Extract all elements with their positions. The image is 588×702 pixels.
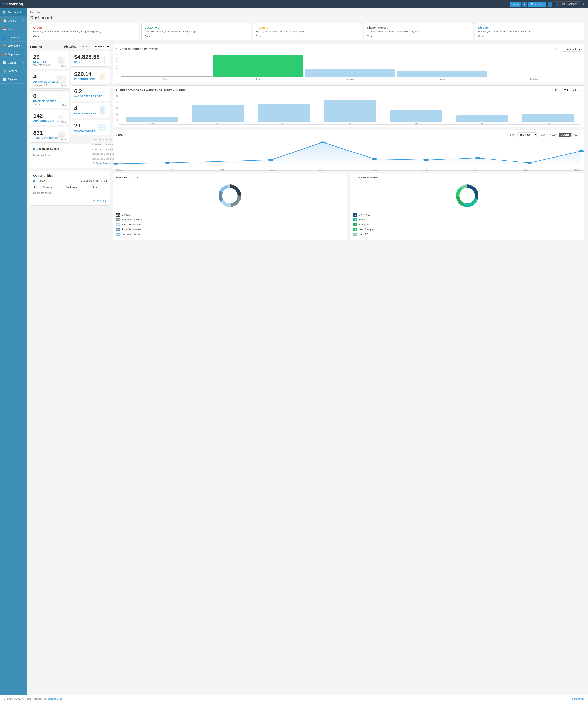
- ql-go-4[interactable]: Go ●: [478, 35, 581, 38]
- sidebar-arrow-2: ▾: [23, 28, 24, 30]
- ql-go-3[interactable]: Go ●: [367, 35, 470, 38]
- sidebar-item-suppliers[interactable]: 🏭 Suppliers ▾: [0, 50, 26, 58]
- right-panel: NUMBER OF ORDERS BY STATUS Filter: This …: [113, 44, 584, 243]
- sidebar-item-system[interactable]: ⚙️ System ▾: [0, 67, 26, 75]
- sidebar: 📊 Dashboard 📋 Orders ▾ 📅 Events ▾ 👥 Cust…: [0, 8, 26, 695]
- ql-title-0: Orders: [33, 26, 136, 29]
- opp-quotes-label: Quotes: [33, 180, 45, 183]
- busiest-bar-label-6: SUN: [546, 122, 550, 124]
- pipeline-stat-3: 142 ABANDONED CARTS GO ▶ 🛒: [30, 110, 69, 125]
- footer-terms[interactable]: Terms of Use: [571, 698, 584, 700]
- sales-filter-select[interactable]: This Year This Month This Week: [518, 132, 537, 137]
- busiest-chart-area: 010203040 MON TUE WED THU FRI SAT SUN: [116, 95, 581, 125]
- top5-products-title: TOP 5 PRODUCTS: [116, 176, 344, 179]
- sales-x-label: 2019 Apr: [269, 169, 276, 171]
- opp-view-all[interactable]: VIEW ALL ▶: [33, 198, 107, 203]
- busiest-bar-group-3: THU: [318, 100, 383, 124]
- orders-chart-title: NUMBER OF ORDERS BY STATUS: [116, 48, 159, 51]
- go-icon-0: ●: [37, 35, 39, 38]
- historical-col: $4,828.68 SALES 📊 $29.14 PRODUCTS COST 💰…: [71, 51, 110, 144]
- busiest-bar-3: [324, 100, 376, 122]
- busiest-filter-select[interactable]: This Month This Week This Year: [562, 88, 581, 93]
- period-btn-day[interactable]: DAY: [539, 133, 547, 137]
- stat-go-0[interactable]: GO ▶: [61, 65, 66, 67]
- historical-stat-0: $4,828.68 SALES 📊: [71, 51, 110, 67]
- period-btn-year[interactable]: YEAR: [572, 133, 581, 137]
- calendars-dropdown-arrow[interactable]: ▾: [548, 2, 552, 7]
- new-button[interactable]: New: [509, 2, 521, 7]
- customers-legend-rank-4: 5: [353, 233, 357, 236]
- orders-bar-label-3: Invoiced: [439, 78, 445, 80]
- events-view-all[interactable]: VIEW ALL ▶: [33, 160, 107, 165]
- page-title: Dashboard: [30, 15, 584, 20]
- top5-customers-title: TOP 5 CUSTOMERS: [353, 176, 581, 179]
- sales-info-icon[interactable]: ⓘ: [125, 133, 127, 137]
- ql-go-1[interactable]: Go ●: [145, 35, 248, 38]
- busiest-y-label: 20: [116, 107, 118, 109]
- orders-bar-4: [488, 77, 579, 78]
- busiest-bar-group-1: TUE: [186, 105, 250, 125]
- ql-go-0[interactable]: Go ●: [33, 35, 136, 38]
- sidebar-item-events[interactable]: 📅 Events ▾: [0, 25, 26, 33]
- period-btn-week[interactable]: WEEK: [548, 133, 558, 137]
- sales-dot-5: [371, 158, 377, 160]
- stat-icon-3: 🛒: [57, 113, 66, 122]
- products-legend-label-4: peppered rib fillet: [122, 233, 141, 236]
- sidebar-item-dashboard[interactable]: 📊 Dashboard: [0, 8, 26, 17]
- pipeline-stat-2: 0 INVOICED ORDERS Total $0.00 GO ▶ 🧾: [30, 90, 69, 108]
- orders-y-label: 40: [116, 61, 118, 63]
- sales-dot-8: [526, 162, 533, 164]
- sidebar-item-reports[interactable]: 📈 Reports ▾: [0, 75, 26, 84]
- quick-link-dispatch: Dispatch Manage your daily dispatch, all…: [475, 23, 584, 40]
- orders-chart-filter: Filter: This Month This Week This Year: [554, 47, 581, 52]
- user-menu-button[interactable]: 👤 Root Developer ▾: [554, 1, 581, 7]
- sidebar-item-content[interactable]: 📄 Content ▾: [0, 58, 26, 67]
- stat-go-1[interactable]: GO ▶: [61, 84, 66, 87]
- busiest-bar-chart: MON TUE WED THU FRI SAT SUN: [119, 95, 581, 125]
- donut-segment-0: [467, 185, 478, 199]
- busiest-y-label: 0: [116, 119, 118, 121]
- sidebar-item-orders[interactable]: 📋 Orders ▾: [0, 17, 26, 25]
- sales-x-label: 2019 Jun: [371, 169, 378, 171]
- settings-icon[interactable]: ⚙: [583, 2, 586, 6]
- orders-bar-1: [213, 55, 303, 78]
- sales-title: Sales: [116, 133, 123, 136]
- donut-segment-2: [220, 200, 231, 207]
- historical-filter-select[interactable]: This Week This Month This Year: [91, 44, 110, 49]
- orders-bar-label-0: Pending: [163, 78, 170, 80]
- sales-chart-area: $0.00$10.0K$20.0K$30.0K$40.0K$50.0K 2019…: [116, 139, 581, 168]
- period-btn-month[interactable]: MONTH: [559, 133, 571, 137]
- sales-filter: Filter: This Year This Month This Week: [510, 132, 537, 137]
- busiest-bar-5: [456, 115, 508, 122]
- orders-y-label: 0: [116, 75, 118, 77]
- historical-stat-3: 4 NEW CUSTOMERS 👤: [71, 103, 110, 118]
- products-legend-color-0: 25%: [116, 213, 120, 217]
- busiest-y-label: 10: [116, 113, 118, 115]
- historical-title: Historical: [64, 45, 77, 48]
- orders-filter-select[interactable]: This Month This Week This Year: [562, 47, 581, 52]
- busiest-bar-2: [258, 104, 310, 122]
- orders-chart-header: NUMBER OF ORDERS BY STATUS Filter: This …: [116, 47, 581, 52]
- opp-col-delivery: Delivery: [42, 185, 65, 190]
- footer-copyright: Copyright © 2019 All Rights Reserved. Fl…: [4, 698, 62, 700]
- ql-go-2[interactable]: Go ●: [256, 35, 359, 38]
- opp-col-total: Total: [92, 185, 107, 190]
- donut-segment-1: [231, 196, 241, 207]
- busiest-bar-group-6: SUN: [516, 114, 580, 124]
- stat-go-2[interactable]: GO ▶: [61, 104, 66, 106]
- sidebar-item-customers[interactable]: 👥 Customers ▾: [0, 33, 26, 42]
- hist-icon-4: 🌐: [98, 123, 107, 132]
- orders-bar-label-1: New: [256, 78, 260, 80]
- go-icon-3: ●: [371, 35, 373, 38]
- pipeline-stat-4: 831 TOTAL # PRODUCTS GO ▶ 📦: [30, 127, 69, 143]
- products-legend-color-1: 23%: [116, 218, 120, 222]
- orders-y-axis: 0102030405060: [116, 54, 118, 80]
- customers-legend-rank-3: 4: [353, 228, 357, 231]
- new-dropdown-arrow[interactable]: ▾: [522, 2, 527, 7]
- quick-link-customers: Customers Manage Customers, Companies an…: [142, 23, 251, 40]
- go-icon-2: ●: [260, 35, 261, 38]
- sidebar-item-catalogue[interactable]: 📦 Catalogue ▾: [0, 42, 26, 50]
- donut-segment-1: [464, 198, 478, 207]
- calendars-button[interactable]: Calendars: [528, 2, 546, 7]
- footer-link[interactable]: Flex Catering V4.18: [43, 698, 62, 700]
